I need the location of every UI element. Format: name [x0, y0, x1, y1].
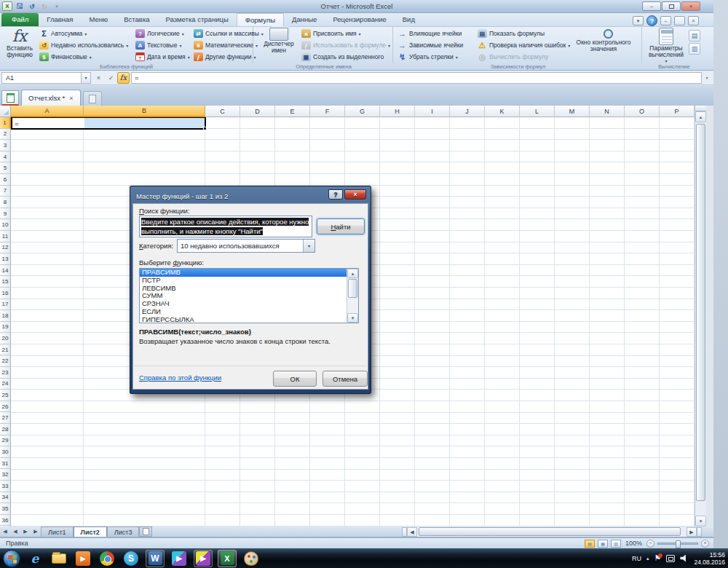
row-header-22[interactable]: 22	[0, 355, 11, 367]
taskbar-chrome-icon[interactable]	[98, 550, 116, 567]
row-header-7[interactable]: 7	[0, 186, 11, 197]
name-box[interactable]: A1	[1, 72, 82, 84]
scroll-up-icon[interactable]: ▴	[695, 111, 706, 122]
remove-arrows-button[interactable]: ↯Убрать стрелки▾	[396, 51, 464, 63]
vertical-scroll-thumb[interactable]	[696, 124, 705, 501]
selected-cell-B1[interactable]	[84, 118, 205, 128]
row-header-14[interactable]: 14	[0, 265, 11, 277]
error-checking-button[interactable]: ⚠Проверка наличия ошибок▾	[476, 39, 571, 51]
row-header-1[interactable]: 1	[0, 117, 11, 129]
horizontal-scroll-thumb[interactable]	[419, 527, 681, 536]
tab-menu[interactable]: Меню	[82, 13, 116, 26]
find-button[interactable]: Найти	[317, 218, 365, 234]
prev-sheet-icon[interactable]: ◀	[10, 527, 20, 537]
list-scroll-thumb[interactable]	[348, 279, 357, 298]
scroll-right-icon[interactable]: ▶	[687, 527, 697, 537]
sheet-tab-2[interactable]: Лист2	[74, 526, 107, 537]
column-header-P[interactable]: P	[660, 106, 695, 117]
insert-worksheet-button[interactable]	[139, 526, 152, 537]
insert-function-icon[interactable]: fx	[117, 72, 130, 84]
ok-button[interactable]: ОК	[273, 371, 317, 387]
taskbar-skype-icon[interactable]: S	[122, 550, 141, 567]
row-header-2[interactable]: 2	[0, 129, 11, 141]
column-header-D[interactable]: D	[240, 106, 275, 117]
row-header-28[interactable]: 28	[0, 424, 11, 435]
combo-dropdown-icon[interactable]: ▾	[303, 240, 314, 252]
function-item[interactable]: ПСТР	[140, 277, 358, 285]
row-header-35[interactable]: 35	[0, 503, 11, 515]
row-header-17[interactable]: 17	[0, 299, 11, 311]
undo-icon[interactable]: ↺	[27, 1, 37, 11]
tab-home[interactable]: Главная	[39, 13, 81, 26]
taskbar-kmplayer-icon[interactable]: ▶	[170, 550, 189, 567]
tab-view[interactable]: Вид	[395, 13, 423, 26]
cancel-button[interactable]: Отмена	[323, 371, 368, 387]
action-center-flag-icon[interactable]: ⚑	[654, 553, 662, 563]
show-formulas-button[interactable]: ▤Показать формулы	[476, 28, 571, 39]
taskbar-paint-icon[interactable]	[242, 550, 261, 567]
taskbar-excel-icon[interactable]: X	[218, 550, 237, 567]
date-time-button[interactable]: 7Дата и время▾	[134, 51, 191, 63]
calculation-options-button[interactable]: Параметры вычислений ▾	[645, 28, 687, 65]
math-button[interactable]: θМатематические▾	[192, 39, 265, 51]
insert-function-button[interactable]: fx Вставить функцию	[3, 28, 36, 58]
zoom-in-icon[interactable]: +	[701, 540, 709, 548]
row-header-4[interactable]: 4	[0, 151, 11, 163]
vertical-scrollbar[interactable]: ▴ ▾	[695, 106, 706, 526]
close-button[interactable]: ×	[681, 1, 700, 11]
row-header-26[interactable]: 26	[0, 401, 11, 413]
watch-window-button[interactable]: Окно контрольного значения	[569, 28, 638, 52]
dialog-help-icon[interactable]: ?	[328, 189, 343, 200]
row-header-6[interactable]: 6	[0, 174, 11, 186]
more-functions-button[interactable]: ƒДругие функции▾	[192, 51, 265, 63]
dialog-title-bar[interactable]: Мастер функций - шаг 1 из 2 ? ×	[132, 189, 368, 203]
name-box-dropdown-icon[interactable]: ▾	[82, 72, 91, 84]
select-all-corner[interactable]	[0, 106, 11, 117]
fill-handle[interactable]	[203, 127, 207, 130]
row-header-29[interactable]: 29	[0, 435, 11, 447]
taskbar-ie-icon[interactable]: e	[25, 550, 44, 567]
autosum-button[interactable]: ΣАвтосумма▾	[38, 28, 130, 39]
selection-range[interactable]: =	[11, 117, 206, 130]
network-icon[interactable]	[666, 555, 675, 562]
help-icon[interactable]: ?	[646, 15, 657, 26]
save-icon[interactable]: 🖫	[15, 1, 25, 11]
new-document-tab[interactable]	[83, 91, 102, 106]
collapse-ribbon-icon[interactable]: ▾	[633, 16, 644, 25]
zoom-slider-thumb[interactable]	[676, 540, 681, 548]
row-header-34[interactable]: 34	[0, 492, 11, 504]
name-manager-button[interactable]: Диспетчер имен	[261, 28, 297, 54]
column-header-B[interactable]: B	[84, 106, 205, 117]
row-header-11[interactable]: 11	[0, 231, 11, 242]
function-item[interactable]: ЛЕВСИМВ	[140, 285, 358, 293]
split-handle[interactable]	[695, 106, 706, 111]
row-header-18[interactable]: 18	[0, 310, 11, 322]
calculate-now-icon[interactable]: ▤	[689, 30, 700, 42]
workbook-restore-button[interactable]	[674, 16, 685, 25]
financial-button[interactable]: $Финансовые▾	[38, 51, 130, 63]
row-header-15[interactable]: 15	[0, 276, 11, 288]
taskbar-kmplayer2-icon[interactable]: ▶	[194, 550, 213, 567]
page-break-view-icon[interactable]: ▥	[611, 540, 621, 548]
row-header-16[interactable]: 16	[0, 288, 11, 299]
column-header-I[interactable]: I	[415, 106, 450, 117]
trace-precedents-button[interactable]: →Влияющие ячейки	[396, 28, 464, 39]
tray-expand-icon[interactable]: ▴	[646, 556, 649, 561]
row-header-20[interactable]: 20	[0, 333, 11, 344]
taskbar-explorer-icon[interactable]	[50, 550, 68, 567]
column-header-C[interactable]: C	[205, 106, 240, 117]
page-layout-view-icon[interactable]: ▦	[598, 540, 608, 548]
sheet-tab-3[interactable]: Лист3	[107, 526, 140, 537]
help-on-function-link[interactable]: Справка по этой функции	[139, 374, 221, 382]
tab-file[interactable]: Файл	[1, 13, 39, 26]
column-header-G[interactable]: G	[345, 106, 380, 117]
zoom-out-icon[interactable]: −	[646, 540, 654, 548]
row-header-8[interactable]: 8	[0, 197, 11, 208]
scroll-down-icon[interactable]: ▾	[695, 516, 706, 526]
list-scrollbar[interactable]: ▴ ▾	[347, 269, 358, 323]
row-header-36[interactable]: 36	[0, 515, 11, 526]
minimize-button[interactable]: –	[642, 1, 661, 11]
tab-data[interactable]: Данные	[284, 13, 325, 26]
function-item[interactable]: СУММ	[140, 292, 358, 300]
document-tab-active[interactable]: Отчет.xlsx * ×	[21, 90, 81, 106]
